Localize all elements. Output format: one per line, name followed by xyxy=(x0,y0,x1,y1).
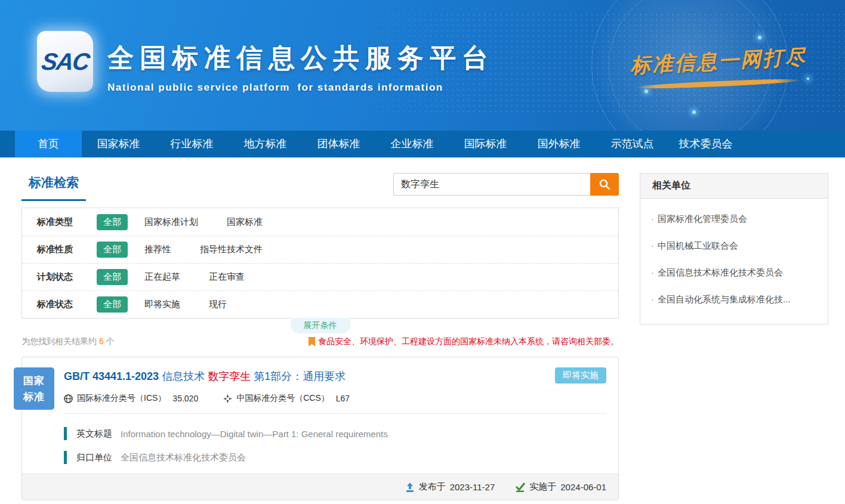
system-notice: 食品安全、环境保护、工程建设方面的国家标准未纳入本系统，请咨询相关部委。 xyxy=(309,336,619,347)
sac-logo-text: SAC xyxy=(40,48,91,75)
published-date: 发布于 2023-11-27 xyxy=(405,481,495,493)
check-icon xyxy=(515,483,525,492)
filter-all-button[interactable]: 全部 xyxy=(97,242,128,258)
filter-option[interactable]: 国家标准 xyxy=(227,217,263,228)
related-unit-link[interactable]: ·全国信息技术标准化技术委员会 xyxy=(651,259,817,286)
filter-all-button[interactable]: 全部 xyxy=(97,296,128,313)
related-unit-link[interactable]: ·中国机械工业联合会 xyxy=(651,233,817,259)
row-marker xyxy=(64,427,67,440)
standard-code-link[interactable]: GB/T 43441.1-2023 xyxy=(64,370,159,382)
main-nav: 首页 国家标准 行业标准 地方标准 团体标准 企业标准 国际标准 国外标准 示范… xyxy=(0,131,845,157)
standard-type-badge: 国家 标准 xyxy=(14,367,54,410)
slogan-brush-stroke xyxy=(635,78,802,90)
nav-item-local-standards[interactable]: 地方标准 xyxy=(229,131,302,157)
nav-item-pilot[interactable]: 示范试点 xyxy=(596,131,669,157)
filter-all-button[interactable]: 全部 xyxy=(97,269,128,285)
filter-option[interactable]: 正在起草 xyxy=(144,271,180,283)
page-title: 标准检索 xyxy=(21,173,86,201)
header-slogan: 标准信息一网打尽 xyxy=(629,48,808,86)
compass-icon xyxy=(223,394,232,403)
filter-row-standard-type: 标准类型 全部 国家标准计划 国家标准 xyxy=(22,208,618,236)
filter-label: 标准性质 xyxy=(37,244,97,255)
nav-item-foreign-standards[interactable]: 国外标准 xyxy=(522,131,596,157)
result-card: 国家 标准 GB/T 43441.1-2023 信息技术 数字孪生 第1部分：通… xyxy=(21,357,619,500)
related-units-title: 相关单位 xyxy=(640,174,828,199)
publish-icon xyxy=(405,483,415,492)
nav-item-industry-standards[interactable]: 行业标准 xyxy=(155,131,229,157)
filter-label: 标准状态 xyxy=(37,299,97,310)
site-subtitle: National public service platform for sta… xyxy=(107,82,494,94)
ics-classification: 国际标准分类号（ICS） 35.020 xyxy=(64,393,198,404)
globe-icon xyxy=(64,394,73,403)
related-units-panel: 相关单位 ·国家标准化管理委员会 ·中国机械工业联合会 ·全国信息技术标准化技术… xyxy=(640,173,828,324)
filter-option[interactable]: 国家标准计划 xyxy=(144,217,198,228)
filter-row-plan-status: 计划状态 全部 正在起草 正在审查 xyxy=(22,263,618,290)
nav-item-enterprise-standards[interactable]: 企业标准 xyxy=(375,131,449,157)
result-count-number: 6 xyxy=(99,336,104,346)
filter-option[interactable]: 现行 xyxy=(209,299,227,310)
related-unit-link[interactable]: ·国家标准化管理委员会 xyxy=(651,206,817,233)
result-count: 为您找到相关结果约6个 xyxy=(21,336,115,347)
filter-option[interactable]: 即将实施 xyxy=(144,299,180,310)
filter-row-standard-nature: 标准性质 全部 推荐性 指导性技术文件 xyxy=(22,236,618,263)
search-icon xyxy=(599,178,610,190)
bookmark-icon xyxy=(309,337,315,347)
site-header: SAC 全国标准信息公共服务平台 National public service… xyxy=(0,0,845,131)
implemented-date: 实施于 2024-06-01 xyxy=(515,481,606,493)
filter-all-button[interactable]: 全部 xyxy=(97,214,128,230)
filter-panel: 标准类型 全部 国家标准计划 国家标准 标准性质 全部 推荐性 指导性技术文件 … xyxy=(21,208,619,319)
search-term-highlight[interactable]: 数字孪生 xyxy=(208,370,251,382)
english-title-row: 英文标题 Information technology—Digital twin… xyxy=(64,427,606,440)
filter-label: 标准类型 xyxy=(37,217,97,228)
filter-option[interactable]: 指导性技术文件 xyxy=(200,244,263,255)
filter-option[interactable]: 推荐性 xyxy=(144,244,171,255)
standard-title[interactable]: GB/T 43441.1-2023 信息技术 数字孪生 第1部分：通用要求 即将… xyxy=(64,369,606,384)
search-button[interactable] xyxy=(590,173,619,196)
slogan-text: 标准信息一网打尽 xyxy=(628,43,809,80)
nav-item-international-standards[interactable]: 国际标准 xyxy=(449,131,522,157)
nav-item-national-standards[interactable]: 国家标准 xyxy=(82,131,155,157)
status-badge: 即将实施 xyxy=(555,367,606,384)
committee-row: 归口单位 全国信息技术标准化技术委员会 xyxy=(64,451,606,464)
ccs-classification: 中国标准分类号（CCS） L67 xyxy=(223,393,350,404)
site-title: 全国标准信息公共服务平台 xyxy=(107,41,494,76)
search-input[interactable] xyxy=(393,173,590,196)
filter-label: 计划状态 xyxy=(37,271,97,283)
nav-item-technical-committee[interactable]: 技术委员会 xyxy=(669,131,742,157)
card-footer: 发布于 2023-11-27 实施于 2024-06-01 xyxy=(22,474,618,500)
filter-option[interactable]: 正在审查 xyxy=(209,271,245,283)
filter-row-standard-status: 标准状态 全部 即将实施 现行 xyxy=(22,290,618,318)
expand-conditions-button[interactable]: 展开条件 xyxy=(291,318,350,333)
related-unit-link[interactable]: ·全国自动化系统与集成标准化技... xyxy=(651,286,817,313)
nav-item-group-standards[interactable]: 团体标准 xyxy=(302,131,375,157)
nav-item-home[interactable]: 首页 xyxy=(15,131,82,157)
sac-logo[interactable]: SAC xyxy=(37,31,93,92)
row-marker xyxy=(64,451,67,464)
